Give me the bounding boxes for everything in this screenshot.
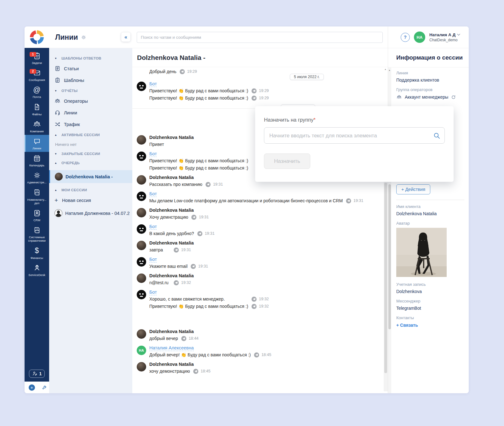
sidebar-item-administration[interactable]: Администри... bbox=[25, 169, 49, 186]
telegram-icon bbox=[193, 369, 198, 374]
sidebar-item-files[interactable]: Файлы bbox=[25, 101, 49, 118]
section-queue[interactable]: ▲ОЧЕРЕДЬ bbox=[54, 161, 130, 165]
message-time: 19:31 bbox=[213, 182, 223, 187]
sidebar-item-mail[interactable]: @ Почта bbox=[25, 83, 49, 101]
new-session-button[interactable]: + Новая сессия bbox=[54, 197, 130, 203]
nav-item-templates[interactable]: Шаблоны bbox=[54, 77, 130, 83]
message-author[interactable]: Dolzhenkova Natalia bbox=[149, 135, 194, 140]
message-time: 19:31 bbox=[353, 199, 363, 203]
sidebar-item-handbooks[interactable]: Системные справочники bbox=[25, 224, 49, 244]
chevron-down-icon: ▼ bbox=[54, 57, 58, 60]
collapse-panel-button[interactable]: « bbox=[121, 32, 130, 42]
nav-item-lines-report[interactable]: Линии bbox=[54, 110, 130, 116]
sidebar-item-nomenclature[interactable]: Номенклату... дел bbox=[25, 186, 49, 207]
message-meta: 18:44 bbox=[181, 336, 201, 341]
message-author[interactable]: Dolzhenkova Natalia bbox=[149, 329, 194, 334]
workspace-name: ChatDesk_demo bbox=[429, 38, 460, 42]
message-meta: 19:31 bbox=[346, 198, 366, 204]
chat-row: Бот Приветствую! 👏 Буду рад с вами пообщ… bbox=[137, 81, 378, 102]
message-text: Добрый день bbox=[149, 69, 180, 74]
sidebar-item-calendar[interactable]: Календарь bbox=[25, 152, 49, 169]
my-session-item[interactable]: Наталия Долженкова - 04.07.2 bbox=[54, 209, 130, 217]
settings-wrench-icon[interactable] bbox=[42, 384, 48, 390]
message-text: хочу демонстрацию bbox=[149, 369, 193, 374]
message-meta: 19:32 bbox=[251, 296, 272, 302]
refresh-icon[interactable] bbox=[451, 95, 456, 100]
sidebar-item-tasks[interactable]: 1 Задачи bbox=[25, 49, 49, 66]
assign-button[interactable]: Назначить bbox=[264, 153, 310, 169]
lines-settings-gear-icon[interactable] bbox=[81, 34, 87, 40]
messages-badge: 2 bbox=[30, 69, 36, 74]
articles-icon bbox=[54, 66, 60, 72]
message-avatar bbox=[137, 290, 146, 299]
section-active-sessions[interactable]: ▲АКТИВНЫЕ СЕССИИ bbox=[54, 133, 130, 137]
queue-session-selected[interactable]: Dolzhenkova Natalia - bbox=[49, 170, 132, 183]
chat-row: Dolzhenkova Natalia хочу демонстрацию 18… bbox=[137, 361, 378, 375]
message: Бот Мы делаем Low-code платформу для авт… bbox=[137, 191, 366, 205]
message-author[interactable]: Бот bbox=[149, 224, 157, 229]
help-button[interactable]: ? bbox=[401, 33, 410, 42]
scroll-up-icon[interactable]: ▲ bbox=[384, 68, 387, 70]
chat-row: Бот Мы делаем Low-code платформу для авт… bbox=[137, 191, 378, 205]
lines-nav-panel: Линии « ▼ШАБЛОНЫ ОТВЕТОВ Статьи Шаблоны … bbox=[49, 26, 132, 393]
message-author[interactable]: Dolzhenkova Natalia bbox=[149, 240, 194, 245]
scrollbar-thumb[interactable] bbox=[384, 183, 387, 373]
chat-row: Dolzhenkova Natalia Хочу демнстрацию 19:… bbox=[137, 207, 378, 221]
message-author[interactable]: Dolzhenkova Natalia bbox=[149, 175, 194, 180]
logo-ring-icon bbox=[30, 30, 44, 44]
message-avatar bbox=[137, 224, 146, 234]
scroll-up-icon[interactable]: ▲ bbox=[388, 69, 391, 71]
message-time: 18:45 bbox=[261, 353, 271, 357]
chevron-up-icon: ▲ bbox=[54, 189, 58, 192]
chat-row: Dolzhenkova Natalia n@test.ru 19:32 bbox=[137, 273, 378, 287]
message-author[interactable]: Бот bbox=[149, 290, 157, 295]
section-reports[interactable]: ▼ОТЧЁТЫ bbox=[54, 89, 130, 93]
nav-item-operators[interactable]: Операторы bbox=[54, 98, 130, 104]
sidebar-item-lines[interactable]: Линии bbox=[25, 135, 49, 152]
section-reply-templates[interactable]: ▼ШАБЛОНЫ ОТВЕТОВ bbox=[54, 56, 130, 60]
chat-search-input[interactable] bbox=[137, 32, 383, 43]
chevron-down-icon: ▼ bbox=[54, 89, 58, 92]
message-author[interactable]: Наталия Алексеевна bbox=[149, 345, 194, 350]
sidebar-item-finance[interactable]: $ Финансы bbox=[25, 245, 49, 262]
sidebar-item-servicedesk[interactable]: ServiceDesk bbox=[25, 262, 49, 279]
messenger-label: Мессенджер bbox=[396, 299, 464, 303]
link-contact-button[interactable]: + Связать bbox=[396, 323, 418, 328]
sidebar-item-company[interactable]: Компания bbox=[25, 118, 49, 135]
message: Dolzhenkova Natalia Привет bbox=[137, 135, 194, 148]
operator-group-value[interactable]: Аккаунт меннеджеры bbox=[405, 95, 448, 100]
message-time: 18:44 bbox=[189, 336, 198, 341]
add-button[interactable]: + bbox=[29, 384, 35, 391]
online-operators-button[interactable]: 1 bbox=[29, 370, 45, 378]
app-logo[interactable] bbox=[25, 26, 49, 48]
message-author[interactable]: Dolzhenkova Natalia bbox=[149, 362, 194, 367]
messages-icon: 2 bbox=[33, 69, 41, 77]
nav-item-articles[interactable]: Статьи bbox=[54, 66, 130, 72]
message-author[interactable]: Dolzhenkova Natalia bbox=[149, 273, 194, 278]
message-author[interactable]: Dolzhenkova Natalia bbox=[149, 208, 194, 213]
actions-button[interactable]: + Действия bbox=[396, 184, 430, 194]
sidebar-item-messages[interactable]: 2 Сообщения bbox=[25, 66, 49, 83]
nav-item-traffic[interactable]: Трафик bbox=[54, 121, 130, 127]
message-text: Укажите ваш email bbox=[149, 264, 191, 269]
user-avatar[interactable]: НА bbox=[414, 32, 425, 43]
search-icon[interactable] bbox=[433, 132, 440, 139]
message-author[interactable]: Бот bbox=[149, 191, 157, 196]
message: Dolzhenkova Natalia добрый вечер 18:44 bbox=[137, 329, 201, 343]
chat-row: Dolzhenkova Natalia добрый вечер 18:44 bbox=[137, 329, 378, 343]
session-info-title: Информация о сессии bbox=[388, 48, 469, 67]
message-author[interactable]: Бот bbox=[149, 81, 157, 86]
section-closed-sessions[interactable]: ▼ЗАКРЫТЫЕ СЕССИИ bbox=[54, 152, 130, 156]
user-menu[interactable]: Наталия А Д bbox=[429, 32, 460, 37]
chat-panel: Dolzhenkova Natalia - Добрый день 19:29 bbox=[132, 26, 388, 393]
scrollbar-thumb[interactable] bbox=[388, 184, 391, 329]
message-meta: 19:31 bbox=[191, 215, 211, 220]
group-search-input[interactable] bbox=[264, 127, 445, 144]
divider bbox=[396, 200, 464, 200]
message-author[interactable]: Бот bbox=[149, 151, 157, 156]
section-my-sessions[interactable]: ▲МОИ СЕССИИ bbox=[54, 188, 130, 192]
sidebar-item-crm[interactable]: CRM bbox=[25, 207, 49, 224]
finance-dollar-icon: $ bbox=[33, 247, 41, 255]
panel-title: Линии bbox=[55, 33, 78, 42]
message-author[interactable]: Бот bbox=[149, 257, 157, 262]
